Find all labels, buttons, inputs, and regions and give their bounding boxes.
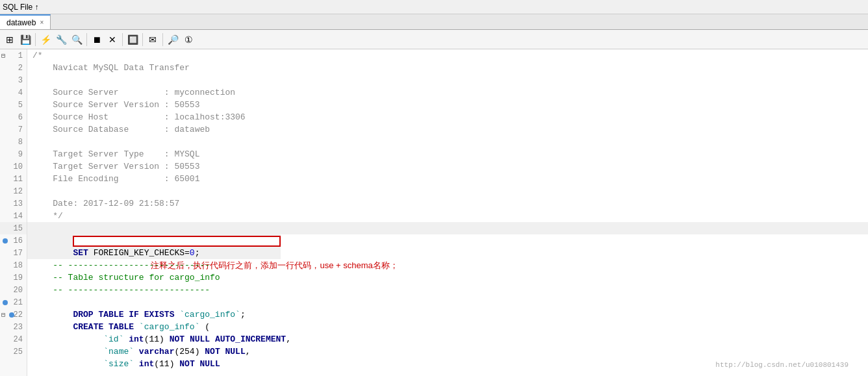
tab-dataweb[interactable]: dataweb ×	[0, 14, 51, 29]
code-line-1: /*	[27, 49, 868, 62]
code-line-21: DROP TABLE IF EXISTS `cargo_info`;	[27, 296, 868, 308]
line-num-20: 20	[0, 284, 27, 296]
format-button[interactable]: 🔲	[125, 32, 140, 47]
search-button[interactable]: 🔎	[166, 32, 180, 47]
line-num-21: 21	[0, 296, 27, 308]
line-num-4: 4	[0, 86, 27, 99]
line-num-7: 7	[0, 123, 27, 136]
code-line-16: SET FOREIGN_KEY_CHECKS=0; 注释之后，执行代码行之前，添…	[27, 234, 868, 247]
code-content-7: Source Database : dataweb	[27, 123, 210, 136]
line-num-11: 11	[0, 173, 27, 185]
toolbar: ⊞ 💾 ⚡ 🔧 🔍 ⏹ ✕ 🔲 ✉ 🔎 ①	[0, 30, 868, 49]
line-num-18: 18	[0, 259, 27, 271]
code-line-5: Source Server Version : 50553	[27, 99, 868, 111]
line-num-6: 6	[0, 111, 27, 123]
line-num-13: 13	[0, 197, 27, 210]
toolbar-sep-1	[35, 33, 36, 46]
code-content-19: -- Table structure for cargo_info	[27, 271, 220, 284]
line-num-15: 15	[0, 222, 27, 234]
line-num-10: 10	[0, 160, 27, 173]
line-num-25: 25	[0, 345, 27, 358]
line-num-23: 23	[0, 321, 27, 333]
new-button[interactable]: ⊞	[3, 32, 17, 47]
tab-close-icon[interactable]: ×	[40, 19, 44, 26]
code-content-4: Source Server : myconnection	[27, 86, 235, 99]
toolbar-sep-2	[86, 33, 87, 46]
find-button[interactable]: 🔍	[70, 32, 84, 47]
code-line-19: -- Table structure for cargo_info	[27, 271, 868, 284]
code-content-18: -- ----------------------------	[27, 259, 210, 271]
code-line-24: `name` varchar(254) NOT NULL, http://blo…	[27, 333, 868, 345]
watermark-text: http://blog.csdn.net/u010801439	[715, 361, 849, 369]
code-line-12	[27, 185, 868, 197]
title-bar: SQL File ↑	[0, 0, 868, 14]
code-line-13: Date: 2017-12-09 21:58:57	[27, 197, 868, 210]
line-num-12: 12	[0, 185, 27, 197]
close-button[interactable]: ✕	[105, 32, 120, 47]
explain-button[interactable]: 🔧	[54, 32, 68, 47]
save-button[interactable]: 💾	[18, 32, 32, 47]
toolbar-sep-5	[162, 33, 163, 46]
line-num-14: 14	[0, 210, 27, 222]
number-button[interactable]: ①	[181, 32, 196, 47]
line-num-3: 3	[0, 74, 27, 86]
run-button[interactable]: ⚡	[38, 32, 53, 47]
line-num-22: ⊟22	[0, 308, 27, 321]
code-line-3	[27, 74, 868, 86]
line-num-9: 9	[0, 148, 27, 160]
code-line-2: Navicat MySQL Data Transfer	[27, 62, 868, 74]
code-content-5: Source Server Version : 50553	[27, 99, 199, 111]
code-content-10: Target Server Version : 50553	[27, 160, 199, 173]
editor-container: ⊟ 1 2 3 4 5 6 7 8 9 10 11 12 13 14 15 16…	[0, 49, 868, 376]
line-numbers: ⊟ 1 2 3 4 5 6 7 8 9 10 11 12 13 14 15 16…	[0, 49, 27, 376]
code-line-23: `id` int(11) NOT NULL AUTO_INCREMENT,	[27, 321, 868, 333]
dot-22	[9, 312, 14, 318]
code-line-11: File Encoding : 65001	[27, 173, 868, 185]
line-num-24: 24	[0, 333, 27, 345]
code-content-2: Navicat MySQL Data Transfer	[27, 62, 190, 74]
toolbar-sep-4	[142, 33, 143, 46]
code-line-22: CREATE TABLE `cargo_info` (	[27, 308, 868, 321]
line-num-2: 2	[0, 62, 27, 74]
dot-16	[3, 238, 8, 244]
line-num-17: 17	[0, 247, 27, 259]
code-line-15[interactable]	[27, 222, 868, 234]
toolbar-sep-3	[122, 33, 123, 46]
line-num-1: ⊟ 1	[0, 49, 27, 62]
code-content-14: */	[27, 210, 63, 222]
line-num-16: 16	[0, 234, 27, 247]
code-line-20: -- ----------------------------	[27, 284, 868, 296]
code-line-17	[27, 247, 868, 259]
tab-bar: dataweb ×	[0, 14, 868, 30]
code-content-13: Date: 2017-12-09 21:58:57	[27, 197, 179, 210]
code-area[interactable]: /* Navicat MySQL Data Transfer Source Se…	[27, 49, 868, 376]
stop-button[interactable]: ⏹	[90, 32, 104, 47]
code-line-4: Source Server : myconnection	[27, 86, 868, 99]
collapse-icon-1[interactable]: ⊟	[1, 52, 5, 60]
code-line-25: `size` int(11) NOT NULL	[27, 345, 868, 358]
line-num-8: 8	[0, 136, 27, 148]
code-content-1: /*	[27, 49, 43, 62]
code-line-9: Target Server Type : MYSQL	[27, 148, 868, 160]
code-content-20: -- ----------------------------	[27, 284, 210, 296]
line-num-5: 5	[0, 99, 27, 111]
code-line-8	[27, 136, 868, 148]
code-content-9: Target Server Type : MYSQL	[27, 148, 199, 160]
code-line-14: */	[27, 210, 868, 222]
watermark-container: http://blog.csdn.net/u010801439	[715, 360, 849, 370]
line-num-19: 19	[0, 271, 27, 284]
dot-21	[3, 300, 8, 305]
code-content-25: `size` int(11) NOT NULL	[27, 345, 220, 376]
code-line-7: Source Database : dataweb	[27, 123, 868, 136]
export-button[interactable]: ✉	[146, 32, 160, 47]
code-line-6: Source Host : localhost:3306	[27, 111, 868, 123]
title-text: SQL File ↑	[3, 3, 39, 12]
code-line-18: -- ----------------------------	[27, 259, 868, 271]
code-content-11: File Encoding : 65001	[27, 173, 199, 185]
tab-label: dataweb	[6, 18, 36, 27]
code-content-6: Source Host : localhost:3306	[27, 111, 246, 123]
code-line-10: Target Server Version : 50553	[27, 160, 868, 173]
collapse-icon-22[interactable]: ⊟	[1, 311, 5, 319]
